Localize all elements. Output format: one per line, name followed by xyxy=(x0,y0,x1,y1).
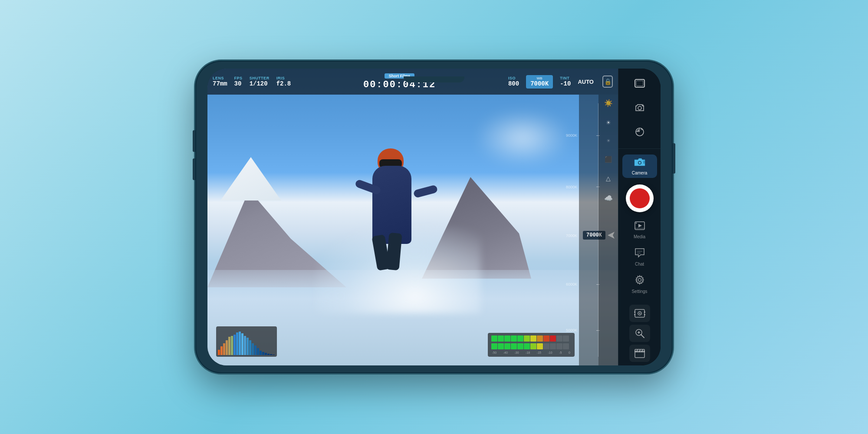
triangle-icon[interactable]: △ xyxy=(606,175,611,182)
sidebar-top: A A xyxy=(618,72,661,149)
zoom-button[interactable] xyxy=(629,325,650,342)
meter-label-0: 0 xyxy=(569,351,570,354)
lock-button[interactable]: 🔒 xyxy=(602,76,613,88)
sidebar-nav: Camera xyxy=(618,149,661,302)
settings-nav-item[interactable]: Settings xyxy=(622,272,657,296)
svg-rect-14 xyxy=(254,345,256,355)
svg-line-51 xyxy=(637,349,638,352)
svg-rect-0 xyxy=(218,350,220,355)
svg-rect-17 xyxy=(262,352,264,355)
svg-line-46 xyxy=(641,335,644,338)
wb-tick-9000-label: 9000K xyxy=(566,133,577,138)
settings-nav-icon xyxy=(635,275,645,288)
camera-nav-item[interactable]: Camera xyxy=(622,155,657,178)
chat-nav-icon xyxy=(634,247,645,260)
sun-mid-icon[interactable]: ☀ xyxy=(606,119,611,126)
record-button-inner xyxy=(630,188,650,208)
phone-screen: LENS 77mm FPS 30 SHUTTER 1/120 IRIS f2.8 xyxy=(207,69,661,365)
lens-label: LENS xyxy=(213,76,224,80)
sun-low-icon[interactable]: ☀ xyxy=(606,138,611,144)
svg-rect-30 xyxy=(643,161,645,164)
svg-line-53 xyxy=(642,349,643,352)
btn-power[interactable] xyxy=(673,143,675,174)
compare-icon[interactable]: ⬛ xyxy=(605,156,612,163)
wb-tick-7000-label: 7000K xyxy=(566,233,577,238)
svg-point-34 xyxy=(635,223,637,224)
cloud-icon[interactable]: ☁️ xyxy=(604,194,613,202)
svg-rect-20 xyxy=(270,354,272,355)
meter-labels: -50 -40 -30 -18 -15 -10 -5 0 xyxy=(491,351,571,354)
phone-frame: LENS 77mm FPS 30 SHUTTER 1/120 IRIS f2.8 xyxy=(195,61,673,373)
svg-point-29 xyxy=(638,162,641,164)
camera-nav-label: Camera xyxy=(632,171,648,175)
hud-iris: IRIS f2.8 xyxy=(276,76,291,87)
meter-label-15: -15 xyxy=(537,351,541,354)
fps-label: FPS xyxy=(234,76,243,80)
btn-volume-down[interactable] xyxy=(193,158,195,180)
svg-rect-13 xyxy=(252,343,254,355)
hud-timecode: Short Films 00:00:04:12 xyxy=(298,73,501,90)
svg-rect-16 xyxy=(260,351,262,355)
tint-value: -10 xyxy=(560,80,571,87)
snow-cloud xyxy=(479,112,566,164)
phone-wrapper: LENS 77mm FPS 30 SHUTTER 1/120 IRIS f2.8 xyxy=(195,61,673,373)
svg-rect-5 xyxy=(231,336,233,355)
screenshot-button[interactable] xyxy=(629,305,650,322)
svg-rect-12 xyxy=(249,340,251,355)
sidebar-extra xyxy=(629,302,650,362)
svg-point-40 xyxy=(639,313,640,314)
camera-viewport: LENS 77mm FPS 30 SHUTTER 1/120 IRIS f2.8 xyxy=(207,69,618,365)
svg-rect-23 xyxy=(636,81,643,86)
svg-rect-19 xyxy=(267,354,270,355)
histogram xyxy=(216,326,277,357)
meter-label-50: -50 xyxy=(492,351,496,354)
svg-text:A: A xyxy=(641,128,643,131)
clapperboard-button[interactable] xyxy=(629,345,650,362)
svg-point-24 xyxy=(638,106,641,110)
btn-volume-up[interactable] xyxy=(193,130,195,152)
hud-wb-box[interactable]: WB 7000K xyxy=(526,75,553,89)
shutter-label: SHUTTER xyxy=(250,76,270,80)
svg-rect-2 xyxy=(223,343,225,355)
wb-tick-6000-label: 6000K xyxy=(566,282,577,286)
wb-tick-5000-label: 5000K xyxy=(566,328,577,332)
svg-point-37 xyxy=(638,278,641,281)
iso-label: ISO xyxy=(508,76,516,80)
record-btn-container xyxy=(626,181,654,216)
svg-marker-32 xyxy=(638,224,642,227)
meter-label-18: -18 xyxy=(526,351,530,354)
settings-nav-label: Settings xyxy=(631,289,647,294)
wb-tick-8000-label: 8000K xyxy=(566,185,577,189)
svg-rect-1 xyxy=(220,346,223,355)
camera-nav-icon xyxy=(634,157,646,169)
svg-rect-21 xyxy=(273,355,275,355)
svg-rect-4 xyxy=(228,337,230,355)
svg-rect-11 xyxy=(247,338,249,355)
sun-high-icon[interactable]: ☀️ xyxy=(604,99,613,107)
svg-rect-6 xyxy=(233,335,236,355)
meter-row-2 xyxy=(491,343,571,349)
svg-rect-15 xyxy=(257,348,259,355)
hud-iso: ISO 800 xyxy=(508,76,519,87)
svg-rect-18 xyxy=(265,353,267,355)
chat-nav-item[interactable]: Chat xyxy=(622,245,657,269)
skier-arm-right xyxy=(413,184,438,198)
record-button[interactable] xyxy=(626,184,654,212)
meter-label-10: -10 xyxy=(548,351,552,354)
svg-rect-10 xyxy=(244,336,246,355)
media-nav-item[interactable]: Media xyxy=(622,218,657,242)
audio-meter: -50 -40 -30 -18 -15 -10 -5 0 xyxy=(488,333,575,357)
aspect-ratio-button[interactable] xyxy=(628,72,651,95)
iris-label: IRIS xyxy=(276,76,285,80)
iso-value: 800 xyxy=(508,80,519,87)
camera-auto-button[interactable]: A xyxy=(628,96,651,119)
hud-tint: TINT -10 xyxy=(560,76,571,87)
svg-line-52 xyxy=(639,349,640,352)
sidebar: A A xyxy=(618,69,661,365)
meter-label-5: -5 xyxy=(559,351,562,354)
hud-shutter: SHUTTER 1/120 xyxy=(250,76,270,87)
notch xyxy=(404,76,464,82)
svg-rect-9 xyxy=(241,333,243,355)
media-nav-label: Media xyxy=(634,234,645,239)
exposure-auto-button[interactable]: A xyxy=(628,121,651,143)
